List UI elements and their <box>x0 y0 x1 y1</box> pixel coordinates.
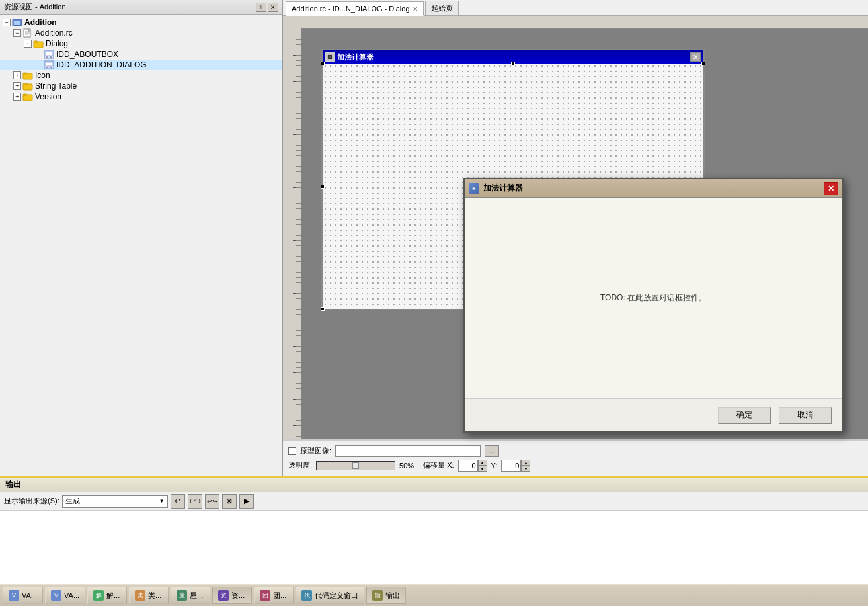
props-row-image: 原型图像: ... <box>288 445 863 457</box>
handle-tl[interactable] <box>321 62 325 65</box>
runtime-close-button[interactable]: ✕ <box>824 182 838 195</box>
pin-button[interactable]: ⊥ <box>256 3 266 12</box>
offset-x-up[interactable]: ▲ <box>478 460 487 466</box>
taskbar-btn-shuchu[interactable]: 输 输出 <box>366 587 406 604</box>
dialog-folder-icon <box>33 39 44 48</box>
source-dropdown-arrow: ▼ <box>159 498 165 504</box>
cancel-button[interactable]: 取消 <box>779 407 832 424</box>
runtime-dialog-title: 加法计算器 <box>483 183 523 194</box>
runtime-title-icon: + <box>469 183 479 194</box>
rc-expand[interactable]: − <box>13 29 21 37</box>
root-label: Addition <box>24 18 57 27</box>
tree-item-addition-dialog[interactable]: IDD_ADDITION_DIALOG <box>0 60 282 70</box>
taskbar-btn-va2[interactable]: V VA... <box>45 587 85 604</box>
output-btn-3[interactable]: ↩↪ <box>205 494 219 509</box>
svg-rect-18 <box>23 73 27 74</box>
rc-file-icon <box>22 28 33 38</box>
designer-area[interactable]: ⊞ 加法计算器 ✕ <box>301 29 868 463</box>
svg-rect-2 <box>14 25 20 26</box>
offset-x-down[interactable]: ▼ <box>478 466 487 472</box>
handle-ml[interactable] <box>321 185 325 189</box>
design-dialog-close[interactable]: ✕ <box>690 52 701 62</box>
tree-item-icon[interactable]: + Icon <box>0 70 282 81</box>
icon-label: Icon <box>35 71 50 80</box>
addition-dialog-label: IDD_ADDITION_DIALOG <box>56 60 147 69</box>
taskbar-btn-weitu[interactable]: 屋 屋... <box>171 587 210 604</box>
taskbar-label-weitu: 屋... <box>190 591 203 601</box>
svg-rect-22 <box>23 94 27 95</box>
taskbar-btn-va1[interactable]: V VA... <box>3 587 43 604</box>
output-btn-1[interactable]: ↩ <box>171 494 185 509</box>
proto-image-input[interactable] <box>335 445 481 457</box>
tree-item-dialog[interactable]: − Dialog <box>0 38 282 49</box>
confirm-button[interactable]: 确定 <box>718 407 771 424</box>
output-btn-5[interactable]: ▶ <box>239 494 254 509</box>
taskbar-label-shuchu: 输出 <box>385 591 400 601</box>
offset-y-down[interactable]: ▼ <box>521 466 530 472</box>
taskbar-icon-weitu: 屋 <box>177 590 187 601</box>
source-dropdown[interactable]: 生成 ▼ <box>62 495 168 508</box>
taskbar-label-jieping: 解... <box>106 591 120 601</box>
offset-y-input[interactable] <box>501 460 521 472</box>
panel-close-button[interactable]: ✕ <box>268 3 278 12</box>
taskbar-label-tuan: 团... <box>273 591 286 601</box>
svg-rect-8 <box>34 41 38 42</box>
offset-y-up[interactable]: ▲ <box>521 460 530 466</box>
aboutbox-icon <box>44 50 54 59</box>
handle-tr[interactable] <box>701 62 705 65</box>
aboutbox-label: IDD_ABOUTBOX <box>56 50 118 59</box>
runtime-todo-text: TODO: 在此放置对话框控件。 <box>600 292 707 304</box>
tree-item-addition-rc[interactable]: − Addition.rc <box>0 28 282 38</box>
aboutbox-expand-ph <box>34 50 42 58</box>
string-table-folder-icon <box>22 81 33 91</box>
root-expand[interactable]: − <box>3 19 11 26</box>
properties-bar: 原型图像: ... 透明度: 50% 偏移量 X: ▲ ▼ Y: ▲ ▼ <box>283 439 868 476</box>
taskbar-btn-zi[interactable]: 资 资... <box>212 587 252 604</box>
taskbar-btn-tuan[interactable]: 团 团... <box>254 587 294 604</box>
string-table-label: String Table <box>35 81 77 91</box>
proto-image-browse[interactable]: ... <box>485 445 499 457</box>
tree-item-aboutbox[interactable]: IDD_ABOUTBOX <box>0 49 282 60</box>
svg-rect-15 <box>46 67 48 68</box>
svg-rect-10 <box>46 52 52 56</box>
output-btn-4[interactable]: ⊠ <box>222 494 237 509</box>
version-label: Version <box>35 92 61 101</box>
handle-tm[interactable] <box>511 62 515 65</box>
tab-dialog-close[interactable]: ✕ <box>413 5 418 13</box>
source-value: 生成 <box>65 496 80 506</box>
handle-bl[interactable] <box>321 307 325 311</box>
transparency-slider[interactable] <box>316 461 395 470</box>
tab-dialog[interactable]: Addition.rc - ID...N_DIALOG - Dialog ✕ <box>286 1 424 16</box>
confirm-label: 确定 <box>736 410 752 421</box>
taskbar-label-zi: 资... <box>231 591 245 601</box>
taskbar-label-va1: VA... <box>22 591 37 599</box>
tree-item-string-table[interactable]: + String Table <box>0 81 282 91</box>
svg-rect-12 <box>50 56 52 58</box>
version-expand[interactable]: + <box>13 93 21 101</box>
taskbar-label-lei: 类... <box>148 591 161 601</box>
output-btn-2[interactable]: ↩↪ <box>188 494 202 509</box>
tab-bar: Addition.rc - ID...N_DIALOG - Dialog ✕ 起… <box>283 0 868 16</box>
taskbar-btn-lei[interactable]: 类 类... <box>129 587 169 604</box>
proto-image-checkbox[interactable] <box>288 447 296 455</box>
taskbar-icon-va1: V <box>9 590 19 601</box>
offset-x-spinbox: ▲ ▼ <box>458 460 487 472</box>
tree-item-version[interactable]: + Version <box>0 91 282 102</box>
proto-image-label: 原型图像: <box>300 446 331 456</box>
taskbar-btn-daima[interactable]: 代 代码定义窗口 <box>296 587 364 604</box>
tab-start[interactable]: 起始页 <box>425 1 459 15</box>
runtime-dialog-footer: 确定 取消 <box>465 398 842 431</box>
source-label: 显示输出来源(S): <box>4 496 59 506</box>
string-table-expand[interactable]: + <box>13 82 21 90</box>
taskbar-label-va2: VA... <box>64 591 79 599</box>
output-title: 输出 <box>5 479 21 490</box>
editor-content: ⊞ 加法计算器 ✕ <box>283 16 868 476</box>
tree-root[interactable]: − Addition <box>0 17 282 28</box>
taskbar-icon-lei: 类 <box>135 590 145 601</box>
resource-panel: 资源视图 - Addition ⊥ ✕ − Addition − <box>0 0 283 476</box>
icon-expand[interactable]: + <box>13 71 21 79</box>
dialog-expand[interactable]: − <box>24 40 32 48</box>
offset-y-spinbox: ▲ ▼ <box>501 460 530 472</box>
taskbar-btn-jieping[interactable]: 解 解... <box>87 587 127 604</box>
offset-x-input[interactable] <box>458 460 478 472</box>
